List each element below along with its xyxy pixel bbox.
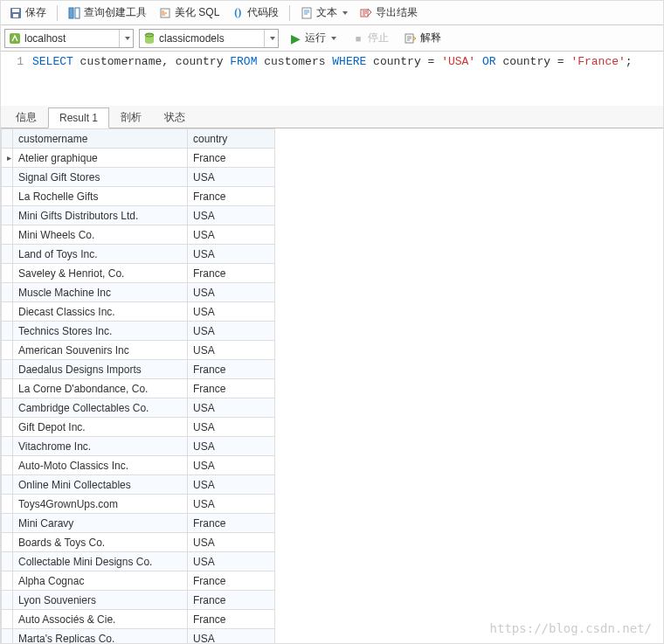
cell-country[interactable]: USA [188,456,275,475]
cell-customername[interactable]: Cambridge Collectables Co. [13,398,188,418]
cell-country[interactable]: USA [188,225,275,245]
table-row[interactable]: Toys4GrownUps.comUSA [2,495,275,514]
cell-country[interactable]: USA [188,437,275,456]
table-row[interactable]: Saveley & Henriot, Co.France [2,264,275,283]
cell-customername[interactable]: Saveley & Henriot, Co. [13,264,188,283]
cell-country[interactable]: USA [188,341,275,360]
query-builder-button[interactable]: 查询创建工具 [63,3,152,22]
cell-customername[interactable]: Lyon Souveniers [13,591,188,610]
cell-customername[interactable]: Daedalus Designs Imports [13,360,188,379]
cell-country[interactable]: USA [188,629,275,645]
table-row[interactable]: Auto Associés & Cie.France [2,610,275,629]
beautify-button[interactable]: 美化 SQL [154,3,225,22]
cell-customername[interactable]: Marta's Replicas Co. [13,629,188,645]
column-header-country[interactable]: country [188,129,275,149]
text-button[interactable]: 文本 [295,3,353,22]
cell-customername[interactable]: La Corne D'abondance, Co. [13,379,188,398]
table-row[interactable]: American Souvenirs IncUSA [2,341,275,360]
tab-info[interactable]: 信息 [4,106,48,128]
cell-customername[interactable]: Mini Gifts Distributors Ltd. [13,206,188,225]
table-row[interactable]: Technics Stores Inc.USA [2,322,275,341]
cell-customername[interactable]: Alpha Cognac [13,571,188,591]
table-row[interactable]: Vitachrome Inc.USA [2,437,275,456]
export-button[interactable]: 导出结果 [355,3,423,22]
explain-button[interactable]: 解释 [399,29,446,47]
table-row[interactable]: Alpha CognacFrance [2,571,275,591]
sql-code[interactable]: SELECT customername, country FROM custom… [32,55,663,106]
cell-country[interactable]: France [188,514,275,533]
cell-customername[interactable]: Auto Associés & Cie. [13,610,188,629]
tab-status[interactable]: 状态 [153,106,197,128]
snippet-button[interactable]: () 代码段 [226,3,284,22]
cell-customername[interactable]: Boards & Toys Co. [13,533,188,552]
sql-editor[interactable]: 1 SELECT customername, country FROM cust… [1,52,663,106]
cell-country[interactable]: USA [188,322,275,341]
column-header-customername[interactable]: customername [13,129,188,149]
result-grid[interactable]: customername country ▸Atelier graphiqueF… [1,128,275,644]
cell-country[interactable]: USA [188,168,275,187]
table-row[interactable]: Mini CaravyFrance [2,514,275,533]
cell-country[interactable]: France [188,360,275,379]
cell-customername[interactable]: Online Mini Collectables [13,475,188,495]
table-row[interactable]: Diecast Classics Inc.USA [2,302,275,322]
cell-customername[interactable]: Toys4GrownUps.com [13,495,188,514]
table-row[interactable]: Land of Toys Inc.USA [2,245,275,264]
cell-country[interactable]: USA [188,245,275,264]
cell-country[interactable]: USA [188,302,275,322]
table-row[interactable]: La Corne D'abondance, Co.France [2,379,275,398]
cell-customername[interactable]: Technics Stores Inc. [13,322,188,341]
host-selector[interactable]: localhost [4,29,134,48]
tab-result[interactable]: Result 1 [48,107,109,128]
cell-country[interactable]: USA [188,206,275,225]
table-row[interactable]: La Rochelle GiftsFrance [2,187,275,206]
cell-customername[interactable]: Atelier graphique [13,149,188,168]
cell-country[interactable]: USA [188,398,275,418]
host-dropdown-button[interactable] [119,30,133,47]
cell-country[interactable]: USA [188,475,275,495]
cell-customername[interactable]: Mini Wheels Co. [13,225,188,245]
cell-customername[interactable]: American Souvenirs Inc [13,341,188,360]
cell-country[interactable]: USA [188,533,275,552]
cell-customername[interactable]: Mini Caravy [13,514,188,533]
cell-customername[interactable]: Gift Depot Inc. [13,418,188,437]
cell-customername[interactable]: Signal Gift Stores [13,168,188,187]
cell-customername[interactable]: Auto-Moto Classics Inc. [13,456,188,475]
table-row[interactable]: Mini Gifts Distributors Ltd.USA [2,206,275,225]
table-row[interactable]: Marta's Replicas Co.USA [2,629,275,645]
table-row[interactable]: Cambridge Collectables Co.USA [2,398,275,418]
table-row[interactable]: ▸Atelier graphiqueFrance [2,149,275,168]
table-row[interactable]: Mini Wheels Co.USA [2,225,275,245]
cell-country[interactable]: France [188,187,275,206]
table-row[interactable]: Lyon SouveniersFrance [2,591,275,610]
table-row[interactable]: Daedalus Designs ImportsFrance [2,360,275,379]
stop-button[interactable]: ■ 停止 [347,29,394,47]
cell-customername[interactable]: Collectable Mini Designs Co. [13,552,188,571]
table-row[interactable]: Muscle Machine IncUSA [2,283,275,302]
run-button[interactable]: ▶ 运行 [284,29,342,47]
cell-country[interactable]: USA [188,495,275,514]
table-row[interactable]: Online Mini CollectablesUSA [2,475,275,495]
cell-country[interactable]: France [188,571,275,591]
table-row[interactable]: Signal Gift StoresUSA [2,168,275,187]
tab-profile[interactable]: 剖析 [109,106,153,128]
database-selector[interactable]: classicmodels [139,29,279,48]
table-row[interactable]: Boards & Toys Co.USA [2,533,275,552]
table-row[interactable]: Gift Depot Inc.USA [2,418,275,437]
cell-country[interactable]: France [188,591,275,610]
save-button[interactable]: 保存 [4,3,52,22]
database-dropdown-button[interactable] [264,30,278,47]
cell-customername[interactable]: Muscle Machine Inc [13,283,188,302]
cell-country[interactable]: France [188,149,275,168]
cell-customername[interactable]: Diecast Classics Inc. [13,302,188,322]
cell-country[interactable]: USA [188,283,275,302]
cell-customername[interactable]: Land of Toys Inc. [13,245,188,264]
cell-country[interactable]: USA [188,552,275,571]
cell-customername[interactable]: La Rochelle Gifts [13,187,188,206]
cell-country[interactable]: USA [188,418,275,437]
cell-country[interactable]: France [188,379,275,398]
cell-country[interactable]: France [188,610,275,629]
cell-country[interactable]: France [188,264,275,283]
cell-customername[interactable]: Vitachrome Inc. [13,437,188,456]
table-row[interactable]: Auto-Moto Classics Inc.USA [2,456,275,475]
table-row[interactable]: Collectable Mini Designs Co.USA [2,552,275,571]
